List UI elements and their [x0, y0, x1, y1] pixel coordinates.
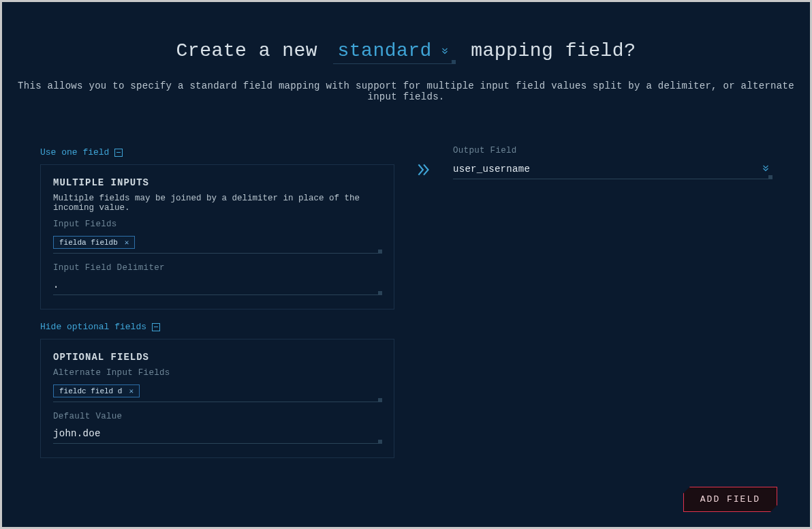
chevron-down-icon	[761, 164, 772, 175]
mapping-type-value: standard	[337, 40, 431, 61]
alt-fields-input[interactable]: fieldc field d ✕	[53, 382, 381, 402]
close-icon[interactable]: ✕	[129, 387, 134, 395]
title-pre: Create a new	[176, 40, 330, 61]
add-field-button[interactable]: ADD FIELD	[683, 487, 777, 512]
chip-text: fieldc field d	[59, 387, 122, 395]
alt-fields-label: Alternate Input Fields	[53, 368, 381, 378]
use-one-field-toggle[interactable]: Use one field	[40, 147, 123, 157]
input-column: Use one field MULTIPLE INPUTS Multiple f…	[40, 146, 394, 458]
input-fields-label: Input Fields	[53, 220, 381, 229]
input-fields-input[interactable]: fielda fieldb ✕	[53, 233, 381, 254]
delimiter-input[interactable]	[53, 279, 381, 290]
content-area: Use one field MULTIPLE INPUTS Multiple f…	[2, 102, 810, 458]
chevron-down-icon	[439, 45, 451, 57]
input-fields-chip[interactable]: fielda fieldb ✕	[53, 236, 135, 249]
dialog-title: Create a new standard mapping field?	[2, 2, 810, 64]
output-field-value: user_username	[453, 164, 761, 175]
mapping-type-select[interactable]: standard	[333, 40, 454, 64]
delimiter-input-row[interactable]	[53, 277, 381, 295]
default-value-label: Default Value	[53, 412, 381, 421]
dialog-subtitle: This allows you to specify a standard fi…	[2, 64, 810, 102]
chip-text: fielda fieldb	[59, 239, 118, 247]
output-field-select[interactable]: user_username	[453, 160, 772, 179]
optional-fields-panel: OPTIONAL FIELDS Alternate Input Fields f…	[40, 339, 394, 458]
multiple-inputs-panel: MULTIPLE INPUTS Multiple fields may be j…	[40, 164, 394, 309]
dialog-frame: Create a new standard mapping field? Thi…	[2, 2, 810, 527]
optional-fields-heading: OPTIONAL FIELDS	[53, 352, 381, 363]
alt-fields-chip[interactable]: fieldc field d ✕	[53, 384, 140, 397]
title-post: mapping field?	[471, 40, 636, 61]
collapse-icon	[114, 149, 123, 157]
delimiter-label: Input Field Delimiter	[53, 263, 381, 273]
output-column: Output Field user_username	[453, 146, 772, 179]
default-value-input[interactable]	[53, 428, 381, 439]
default-value-input-row[interactable]	[53, 425, 381, 444]
output-field-label: Output Field	[453, 146, 772, 155]
multiple-inputs-heading: MULTIPLE INPUTS	[53, 177, 381, 188]
multiple-inputs-desc: Multiple fields may be joined by a delim…	[53, 194, 381, 213]
arrow-right-icon	[411, 146, 437, 179]
use-one-field-label: Use one field	[40, 147, 109, 157]
hide-optional-label: Hide optional fields	[40, 322, 146, 332]
hide-optional-toggle[interactable]: Hide optional fields	[40, 322, 160, 332]
close-icon[interactable]: ✕	[125, 238, 129, 247]
collapse-icon	[152, 323, 160, 331]
